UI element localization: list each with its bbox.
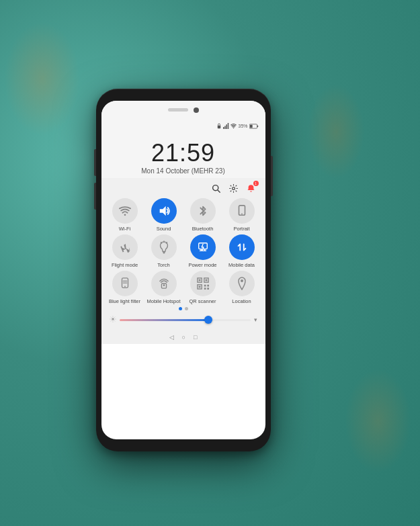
speaker-grill xyxy=(168,108,188,112)
svg-rect-2 xyxy=(225,126,226,130)
dot-1 xyxy=(179,307,182,310)
pagination-dots xyxy=(107,307,260,310)
svg-point-30 xyxy=(163,284,165,286)
sound-toggle[interactable]: Sound xyxy=(146,198,182,232)
svg-rect-3 xyxy=(226,124,228,129)
settings-button[interactable] xyxy=(228,182,240,194)
wifi-toggle[interactable]: Wi-Fi xyxy=(107,198,143,232)
svg-rect-4 xyxy=(228,123,229,129)
date-display: Mon 14 October (MEHR 23) xyxy=(101,167,265,175)
lock-icon xyxy=(216,123,222,129)
svg-rect-34 xyxy=(205,279,207,281)
svg-rect-32 xyxy=(198,279,200,281)
notifications-button[interactable]: 1 xyxy=(245,182,257,194)
svg-point-15 xyxy=(241,214,243,215)
front-camera xyxy=(194,107,199,113)
svg-rect-17 xyxy=(163,253,165,253)
svg-point-41 xyxy=(241,279,243,282)
signal-icon xyxy=(223,123,229,129)
home-bar: ◁ ○ □ xyxy=(101,331,265,344)
search-button[interactable] xyxy=(210,182,222,194)
mobile-data-label: Mobile data xyxy=(228,262,255,268)
svg-rect-16 xyxy=(163,251,165,253)
svg-rect-40 xyxy=(207,288,209,290)
hotspot-circle xyxy=(151,271,177,296)
battery-text: 35% xyxy=(238,124,247,128)
status-bar: 35% xyxy=(101,120,265,133)
brightness-thumb xyxy=(204,316,212,324)
power-circle xyxy=(190,234,216,260)
toggle-grid-row1: Wi-Fi Sound xyxy=(107,198,260,232)
svg-rect-8 xyxy=(257,125,258,126)
mobile-data-toggle[interactable]: Mobile data xyxy=(224,234,260,268)
flight-toggle[interactable]: Flight mode xyxy=(107,234,143,268)
svg-rect-1 xyxy=(223,127,224,129)
torch-label: Torch xyxy=(157,262,169,268)
svg-rect-36 xyxy=(198,286,200,288)
home-button[interactable]: ○ xyxy=(182,334,185,341)
phone-top-bar xyxy=(101,101,265,120)
svg-line-10 xyxy=(218,190,220,192)
qr-circle xyxy=(190,271,216,296)
torch-circle xyxy=(151,234,177,260)
svg-line-50 xyxy=(110,321,111,322)
qr-label: QR scanner xyxy=(189,298,216,304)
back-button[interactable]: ◁ xyxy=(169,334,174,341)
bluetooth-toggle[interactable]: Bluetooth xyxy=(185,198,221,232)
phone-device: 35% 21:59 Mon 14 October (MEHR 23) xyxy=(96,89,271,451)
phone-screen: 35% 21:59 Mon 14 October (MEHR 23) xyxy=(101,101,265,439)
svg-rect-38 xyxy=(207,285,209,287)
svg-point-26 xyxy=(124,286,126,288)
sound-label: Sound xyxy=(157,226,171,232)
svg-rect-37 xyxy=(204,285,206,287)
phone-body: 35% 21:59 Mon 14 October (MEHR 23) xyxy=(96,89,271,451)
qr-toggle[interactable]: QR scanner xyxy=(185,271,221,304)
wifi-circle xyxy=(112,198,138,224)
hotspot-toggle[interactable]: Mobile Hotspot xyxy=(146,271,182,304)
portrait-circle xyxy=(229,198,255,224)
svg-rect-7 xyxy=(249,124,252,128)
flight-circle xyxy=(112,234,138,260)
location-toggle[interactable]: Location xyxy=(224,271,260,304)
svg-point-11 xyxy=(233,187,235,189)
svg-marker-13 xyxy=(159,206,165,216)
svg-point-5 xyxy=(233,128,235,129)
mobile-data-circle xyxy=(229,234,255,260)
hotspot-label: Mobile Hotspot xyxy=(146,298,180,304)
power-label: Power mode xyxy=(188,262,216,268)
svg-line-49 xyxy=(114,317,115,318)
expand-button[interactable]: ▾ xyxy=(254,316,257,323)
notification-badge: 1 xyxy=(253,181,259,186)
torch-toggle[interactable]: Torch xyxy=(146,234,182,268)
battery-icon xyxy=(249,124,259,129)
svg-point-42 xyxy=(112,318,114,320)
recent-button[interactable]: □ xyxy=(194,334,197,341)
brightness-track[interactable] xyxy=(120,319,251,321)
toggle-grid-row2: Flight mode xyxy=(107,234,260,268)
toggle-grid-row3: Blue light filter Mobile Hotsp xyxy=(107,271,260,304)
svg-rect-39 xyxy=(204,288,206,290)
status-icons: 35% xyxy=(216,123,258,129)
time-display: 21:59 xyxy=(101,140,265,167)
power-toggle[interactable]: Power mode xyxy=(185,234,221,268)
svg-line-48 xyxy=(114,321,115,322)
svg-rect-0 xyxy=(218,126,221,129)
location-circle xyxy=(229,271,255,296)
quick-panel: 1 xyxy=(101,178,265,331)
lock-content: 21:59 Mon 14 October (MEHR 23) xyxy=(101,133,265,179)
brightness-icon xyxy=(110,316,116,324)
flight-label: Flight mode xyxy=(112,262,138,268)
brightness-row: ▾ xyxy=(107,313,260,326)
svg-point-12 xyxy=(124,214,126,216)
panel-toolbar: 1 xyxy=(107,182,260,194)
wifi-status-icon xyxy=(230,123,237,129)
bluetooth-circle xyxy=(190,198,216,224)
portrait-toggle[interactable]: Portrait xyxy=(224,198,260,232)
portrait-label: Portrait xyxy=(233,226,249,232)
dot-2 xyxy=(185,307,188,310)
bluelight-label: Blue light filter xyxy=(109,298,140,304)
svg-line-19 xyxy=(161,243,161,243)
sound-circle xyxy=(151,198,177,224)
bluelight-toggle[interactable]: Blue light filter xyxy=(107,271,143,304)
location-label: Location xyxy=(232,298,251,304)
